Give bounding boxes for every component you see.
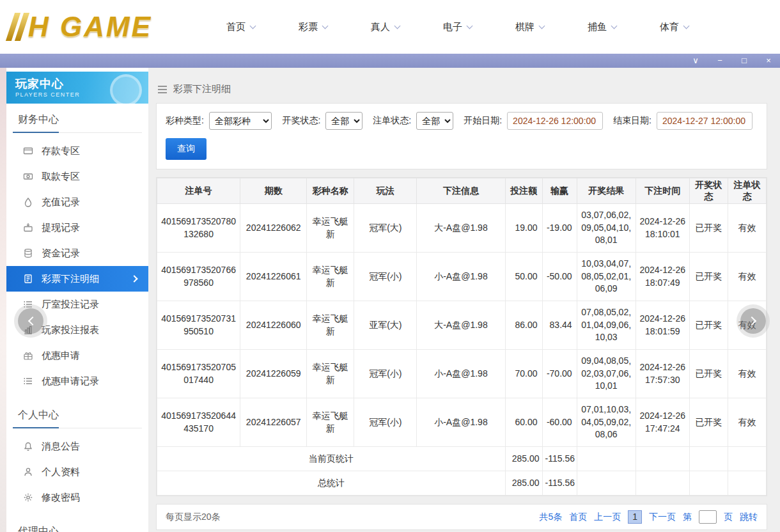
start-date-input[interactable] — [507, 112, 603, 130]
lottery-type-select[interactable]: 全部彩种 — [209, 112, 272, 130]
gift-icon — [23, 350, 33, 361]
sidebar-item-withdrawal-record[interactable]: 提现记录 — [6, 215, 148, 240]
gear-icon — [23, 492, 33, 503]
section-agent-center: 代理中心 — [13, 515, 142, 532]
next-page-link[interactable]: 下一页 — [649, 512, 676, 523]
table-row: 401569173520705017440 20241226059 幸运飞艇新 … — [157, 350, 767, 398]
lottery-type-label: 彩种类型: — [166, 115, 204, 127]
current-page-button[interactable]: 1 — [628, 510, 642, 524]
col-header-bet-info: 下注信息 — [417, 178, 505, 204]
sidebar: 玩家中心 PLAYERS CENTER 财务中心 存款专区 取款专区 充值记录 … — [6, 68, 148, 532]
section-finance-center: 财务中心 — [13, 104, 142, 133]
content-area: 彩票下注明细 彩种类型: 全部彩种 开奖状态: 全部 注单状态: 全部 开始日期… — [148, 68, 780, 532]
list-record-icon — [23, 376, 33, 386]
order-status-select[interactable]: 全部 — [416, 112, 453, 130]
table-row: 401569173520766978560 20241226061 幸运飞艇新 … — [157, 253, 767, 301]
cell-period: 20241226059 — [240, 350, 307, 398]
cell-bet-amount: 60.00 — [505, 398, 542, 447]
cell-order-status: 有效 — [728, 398, 766, 447]
nav-item-cards[interactable]: 棋牌 — [515, 21, 544, 33]
cell-order-id: 401569173520731950510 — [157, 301, 240, 350]
search-button[interactable]: 查询 — [166, 138, 207, 160]
summary-label: 总统计 — [157, 471, 506, 496]
summary-win-loss: -115.56 — [542, 447, 577, 471]
breadcrumb: 彩票下注明细 — [156, 68, 767, 103]
sidebar-header: 玩家中心 PLAYERS CENTER — [6, 72, 148, 104]
sidebar-item-profile[interactable]: 个人资料 — [6, 459, 148, 485]
document-list-icon — [23, 274, 33, 284]
chevron-down-icon — [539, 23, 545, 29]
cell-order-id: 401569173520766978560 — [157, 253, 240, 301]
window-collapse-icon[interactable]: ∨ — [690, 54, 701, 68]
droplet-icon — [23, 197, 33, 207]
cell-lottery-name: 幸运飞艇新 — [307, 398, 354, 447]
window-close-icon[interactable]: × — [763, 54, 774, 68]
logo-text: H GAME — [28, 11, 152, 43]
nav-item-sports[interactable]: 体育 — [660, 21, 689, 33]
sidebar-item-promo-apply-record[interactable]: 优惠申请记录 — [6, 368, 148, 394]
cell-win-loss: -60.00 — [542, 398, 577, 447]
summary-label: 当前页统计 — [157, 447, 506, 471]
sidebar-item-recharge-record[interactable]: 充值记录 — [6, 189, 148, 215]
hamburger-menu-icon[interactable] — [157, 85, 168, 94]
cell-bet-time: 2024-12-26 18:01:59 — [636, 301, 689, 350]
chevron-down-icon — [683, 23, 690, 29]
col-header-draw-status: 开奖状态 — [689, 178, 728, 204]
summary-bet-amount: 285.00 — [505, 447, 542, 471]
chevron-right-icon — [130, 275, 137, 282]
page-jump-input[interactable] — [699, 510, 717, 524]
nav-item-fishing[interactable]: 捕鱼 — [588, 21, 616, 33]
cell-win-loss: 83.44 — [542, 301, 577, 350]
nav-item-live[interactable]: 真人 — [371, 21, 400, 33]
nav-item-slots[interactable]: 电子 — [443, 21, 472, 33]
cell-order-id: 401569173520705017440 — [157, 350, 240, 398]
first-page-link[interactable]: 首页 — [569, 512, 587, 523]
finance-menu: 存款专区 取款专区 充值记录 提现记录 资金记录 彩票下注明细 — [6, 133, 148, 399]
cash-out-icon — [23, 223, 33, 233]
chevron-down-icon — [611, 23, 618, 29]
cell-period: 20241226062 — [240, 204, 307, 253]
col-header-order-id: 注单号 — [157, 178, 240, 204]
col-header-draw-result: 开奖结果 — [577, 178, 636, 204]
cell-order-status: 有效 — [728, 253, 766, 301]
col-header-lottery-name: 彩种名称 — [307, 178, 354, 204]
cell-bet-info: 小-A盘@1.98 — [417, 398, 505, 447]
sidebar-item-message-notice[interactable]: 消息公告 — [6, 434, 148, 459]
sidebar-item-withdraw-zone[interactable]: 取款专区 — [6, 164, 148, 189]
cell-draw-result: 10,03,04,07,08,05,02,01,06,09 — [577, 253, 636, 301]
jump-prefix-label: 第 — [683, 512, 692, 523]
sidebar-item-funds-record[interactable]: 资金记录 — [6, 240, 148, 266]
cell-bet-time: 2024-12-26 18:07:49 — [636, 253, 689, 301]
section-personal-center: 个人中心 — [13, 399, 142, 428]
cell-bet-amount: 70.00 — [505, 350, 542, 398]
nav-item-home[interactable]: 首页 — [226, 21, 255, 33]
scroll-left-button[interactable] — [18, 308, 43, 334]
cell-bet-time: 2024-12-26 17:57:30 — [636, 350, 689, 398]
col-header-bet-time: 下注时间 — [636, 178, 689, 204]
sidebar-item-promo-apply[interactable]: 优惠申请 — [6, 343, 148, 368]
prev-page-link[interactable]: 上一页 — [594, 512, 621, 523]
sidebar-item-deposit-zone[interactable]: 存款专区 — [6, 138, 148, 164]
sidebar-item-change-password[interactable]: 修改密码 — [6, 485, 148, 510]
cell-win-loss: -19.00 — [542, 204, 577, 253]
cell-play-type: 冠军(小) — [354, 350, 417, 398]
nav-item-lottery[interactable]: 彩票 — [299, 21, 327, 33]
scroll-right-button[interactable] — [740, 308, 766, 334]
cell-lottery-name: 幸运飞艇新 — [307, 301, 354, 350]
window-minimize-icon[interactable]: − — [715, 54, 725, 68]
window-maximize-icon[interactable]: □ — [739, 54, 749, 68]
window-titlebar: ∨ − □ × — [0, 54, 780, 68]
draw-status-select[interactable]: 全部 — [325, 112, 363, 130]
order-status-label: 注单状态: — [373, 115, 411, 127]
cell-win-loss: -70.00 — [542, 350, 577, 398]
jump-button[interactable]: 跳转 — [740, 512, 758, 523]
coin-stack-icon — [23, 248, 33, 258]
banknote-icon — [23, 171, 33, 182]
cell-draw-result: 07,01,10,03,04,05,09,02,08,06 — [577, 398, 636, 447]
summary-row-current-page: 当前页统计 285.00 -115.56 — [157, 447, 767, 471]
cell-play-type: 冠军(大) — [354, 204, 417, 253]
cell-draw-status: 已开奖 — [689, 301, 728, 350]
cell-lottery-name: 幸运飞艇新 — [307, 253, 354, 301]
sidebar-item-lottery-bet-details[interactable]: 彩票下注明细 — [6, 266, 148, 292]
end-date-input[interactable] — [657, 112, 753, 130]
